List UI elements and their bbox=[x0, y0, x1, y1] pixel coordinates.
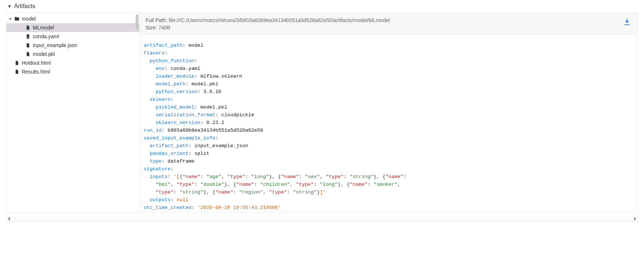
file-icon bbox=[25, 51, 31, 57]
file-icon bbox=[25, 43, 31, 48]
artifact-content-viewer[interactable]: artifact_path: model flavors: python_fun… bbox=[142, 38, 636, 210]
tree-node-label: input_example.json bbox=[33, 42, 77, 48]
caret-down-icon: ▼ bbox=[8, 17, 12, 21]
artifacts-content: ▼ model MLmodel conda.yaml i bbox=[6, 13, 638, 213]
tree-folder-model[interactable]: ▼ model bbox=[6, 14, 139, 23]
section-title: Artifacts bbox=[14, 3, 35, 10]
artifact-detail: Full Path: file:///C:/Users/moezs/mlruns… bbox=[140, 13, 638, 213]
folder-icon bbox=[14, 16, 20, 21]
size-line: Size: 740B bbox=[146, 24, 632, 31]
download-button[interactable] bbox=[623, 18, 631, 26]
tree-node-label: MLmodel bbox=[33, 25, 54, 31]
tree-file-model-pkl[interactable]: model.pkl bbox=[6, 50, 139, 58]
artifact-detail-header: Full Path: file:///C:/Users/moezs/mlruns… bbox=[140, 13, 638, 35]
tree-scrollbar[interactable] bbox=[136, 14, 139, 29]
caret-down-icon: ▼ bbox=[7, 4, 12, 9]
code-file-icon bbox=[25, 34, 31, 39]
tree-file-input-example-json[interactable]: input_example.json bbox=[6, 41, 139, 50]
full-path-value: file:///C:/Users/moezs/mlruns/3/b903a60b… bbox=[169, 17, 390, 23]
file-icon bbox=[25, 25, 31, 30]
full-path-label: Full Path bbox=[146, 17, 166, 23]
tree-file-conda-yaml[interactable]: conda.yaml bbox=[6, 32, 139, 41]
tree-node-label: model bbox=[22, 16, 36, 22]
artifacts-section-header[interactable]: ▼ Artifacts bbox=[0, 0, 644, 13]
tree-file-results-html[interactable]: Results.html bbox=[6, 67, 139, 76]
tree-file-holdout-html[interactable]: Holdout.html bbox=[6, 58, 139, 67]
tree-file-mlmodel[interactable]: MLmodel bbox=[6, 23, 139, 32]
tree-node-label: Holdout.html bbox=[22, 60, 51, 66]
tree-node-label: model.pkl bbox=[33, 51, 55, 57]
size-label: Size bbox=[146, 25, 155, 31]
horizontal-scrollbar[interactable] bbox=[6, 216, 638, 222]
full-path-line: Full Path: file:///C:/Users/moezs/mlruns… bbox=[146, 17, 632, 24]
size-value: 740B bbox=[158, 25, 171, 31]
file-icon bbox=[14, 60, 20, 65]
artifact-tree[interactable]: ▼ model MLmodel conda.yaml i bbox=[6, 13, 140, 213]
file-icon bbox=[14, 69, 20, 74]
tree-node-label: Results.html bbox=[22, 69, 50, 75]
tree-node-label: conda.yaml bbox=[33, 33, 59, 39]
